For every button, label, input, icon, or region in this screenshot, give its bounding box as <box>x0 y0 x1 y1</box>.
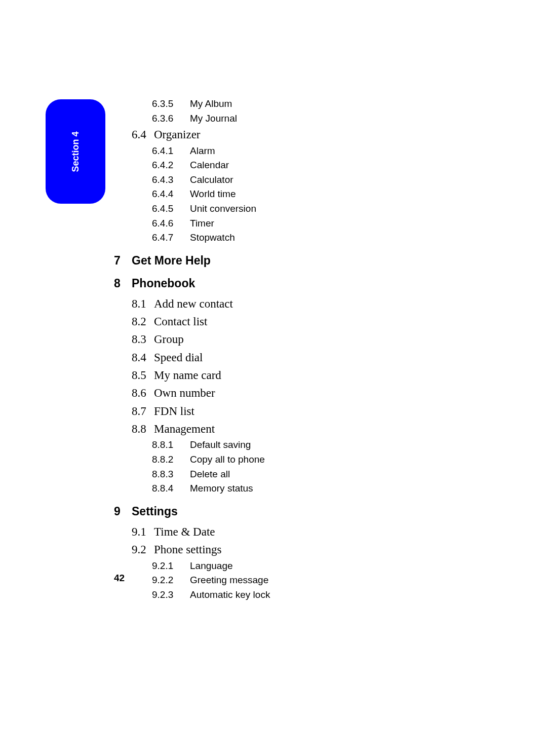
toc-entry-number: 8.8.3 <box>152 468 190 481</box>
toc-entry: 9Settings <box>114 505 458 518</box>
toc-entry: 8.7FDN list <box>132 403 458 420</box>
toc-entry-text: World time <box>190 187 236 201</box>
toc-entry-number: 9 <box>114 505 132 518</box>
toc-entry-text: Greeting message <box>190 574 268 587</box>
toc-entry: 6.4.1Alarm <box>152 144 458 158</box>
toc-entry-text: Unit conversion <box>190 202 256 216</box>
toc-entry-number: 8.8.1 <box>152 438 190 452</box>
toc-entry-text: My Album <box>190 97 232 111</box>
toc-entry-text: Delete all <box>190 468 230 481</box>
toc-entry-text: Default saving <box>190 438 251 452</box>
toc-entry-number: 6.4.1 <box>152 144 190 158</box>
toc-entry-number: 6.4.6 <box>152 217 190 231</box>
toc-entry-number: 8.5 <box>132 367 154 384</box>
toc-entry-text: Memory status <box>190 482 253 496</box>
toc-entry-number: 8.8 <box>132 421 154 437</box>
toc-entry-text: Language <box>190 559 233 573</box>
toc-entry-number: 6.4.7 <box>152 231 190 245</box>
toc-entry-number: 6.4.3 <box>152 173 190 187</box>
toc-entry-number: 8.3 <box>132 331 154 348</box>
toc-entry: 6.4.4World time <box>152 187 458 201</box>
toc-entry-text: Management <box>154 421 215 437</box>
toc-entry: 8.3Group <box>132 331 458 348</box>
toc-entry-text: My Journal <box>190 112 237 126</box>
toc-entry-number: 8.1 <box>132 295 154 312</box>
toc-entry: 6.4Organizer <box>132 126 458 143</box>
toc-entry: 6.4.7Stopwatch <box>152 231 458 245</box>
toc-entry-text: Stopwatch <box>190 231 235 245</box>
toc-entry-number: 8.8.4 <box>152 482 190 496</box>
toc-entry: 8.8.2Copy all to phone <box>152 453 458 467</box>
toc-entry-text: Time & Date <box>154 523 215 540</box>
toc-entry: 8.8Management <box>132 421 458 437</box>
toc-entry: 9.2.2Greeting message <box>152 574 458 587</box>
toc-entry: 8.2Contact list <box>132 313 458 330</box>
toc-entry-text: Speed dial <box>154 349 203 366</box>
toc-entry-number: 9.2.1 <box>152 559 190 573</box>
toc-entry-text: Automatic key lock <box>190 588 270 602</box>
toc-entry-number: 8.7 <box>132 403 154 420</box>
toc-entry-text: Calendar <box>190 159 229 172</box>
toc-entry-text: Settings <box>132 505 178 518</box>
toc-entry-number: 8.8.2 <box>152 453 190 467</box>
toc-entry: 8.8.4Memory status <box>152 482 458 496</box>
toc-entry-number: 9.1 <box>132 523 154 540</box>
toc-entry: 6.3.5My Album <box>152 97 458 111</box>
toc-entry-number: 8.2 <box>132 313 154 330</box>
toc-entry: 7Get More Help <box>114 254 458 268</box>
toc-entry: 8.8.3Delete all <box>152 468 458 481</box>
section-tab-label: Section 4 <box>70 131 81 172</box>
toc-entry-text: My name card <box>154 367 221 384</box>
toc-entry-number: 6.3.6 <box>152 112 190 126</box>
toc-entry: 9.2.1Language <box>152 559 458 573</box>
toc-entry-number: 6.4.4 <box>152 187 190 201</box>
toc-entry: 8.8.1Default saving <box>152 438 458 452</box>
toc-entry-number: 8.6 <box>132 385 154 401</box>
toc-entry-number: 9.2 <box>132 541 154 558</box>
toc-entry: 9.2.3Automatic key lock <box>152 588 458 602</box>
toc-entry-text: Contact list <box>154 313 207 330</box>
toc-entry: 6.3.6My Journal <box>152 112 458 126</box>
toc-entry-number: 8 <box>114 277 132 290</box>
toc-entry: 9.1Time & Date <box>132 523 458 540</box>
toc-entry: 6.4.2Calendar <box>152 159 458 172</box>
toc-entry-number: 9.2.2 <box>152 574 190 587</box>
toc-entry: 8.4Speed dial <box>132 349 458 366</box>
toc-entry: 8.6Own number <box>132 385 458 401</box>
toc-entry: 6.4.6Timer <box>152 217 458 231</box>
toc-entry-text: Alarm <box>190 144 215 158</box>
toc-entry-number: 6.4 <box>132 126 154 143</box>
toc-entry: 8.1Add new contact <box>132 295 458 312</box>
toc-entry: 6.4.3Calculator <box>152 173 458 187</box>
toc-entry-text: Phone settings <box>154 541 222 558</box>
toc-entry-number: 6.4.2 <box>152 159 190 172</box>
toc-entry: 9.2Phone settings <box>132 541 458 558</box>
page-number: 42 <box>114 573 125 584</box>
toc-entry-number: 7 <box>114 254 132 268</box>
toc-content: 6.3.5My Album6.3.6My Journal6.4Organizer… <box>114 97 458 602</box>
toc-entry-text: Organizer <box>154 126 201 143</box>
toc-entry-text: Own number <box>154 385 215 401</box>
toc-entry-text: Group <box>154 331 184 348</box>
toc-entry-text: Timer <box>190 217 214 231</box>
toc-entry-text: Calculator <box>190 173 233 187</box>
toc-entry-text: Get More Help <box>132 254 211 268</box>
section-tab: Section 4 <box>46 99 105 204</box>
toc-entry-text: Add new contact <box>154 295 233 312</box>
toc-entry-number: 6.4.5 <box>152 202 190 216</box>
toc-entry: 8.5My name card <box>132 367 458 384</box>
toc-entry-number: 6.3.5 <box>152 97 190 111</box>
toc-entry-text: Phonebook <box>132 277 195 290</box>
toc-entry-number: 8.4 <box>132 349 154 366</box>
toc-entry: 8Phonebook <box>114 277 458 290</box>
toc-entry-number: 9.2.3 <box>152 588 190 602</box>
toc-entry-text: Copy all to phone <box>190 453 265 467</box>
toc-entry: 6.4.5Unit conversion <box>152 202 458 216</box>
toc-entry-text: FDN list <box>154 403 194 420</box>
